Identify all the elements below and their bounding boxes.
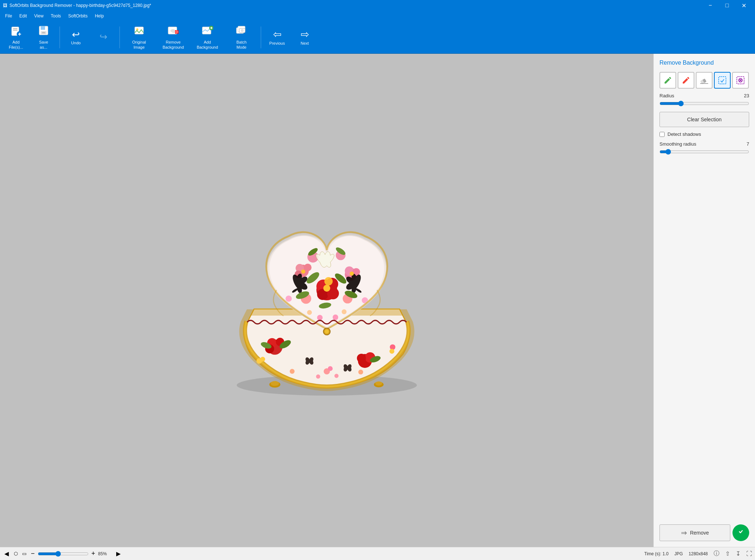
radius-value: 23 <box>744 93 749 98</box>
save-as-label: Save as... <box>39 40 48 50</box>
detect-shadows-checkbox[interactable] <box>659 132 665 137</box>
redo-icon: ↪ <box>100 32 107 41</box>
scroll-right-button[interactable]: ▶ <box>115 550 122 557</box>
share-button[interactable]: ⇧ <box>725 550 730 557</box>
svg-point-70 <box>307 310 312 315</box>
save-as-icon <box>38 25 49 38</box>
magic-wand-remove-tool[interactable] <box>732 72 749 89</box>
keep-brush-tool[interactable] <box>659 72 676 89</box>
image-container <box>200 182 454 418</box>
previous-icon: ⇦ <box>273 29 281 40</box>
previous-label: Previous <box>269 41 285 45</box>
window-title: SoftOrbits Background Remover - happy-bi… <box>9 3 151 8</box>
remove-label: Remove <box>690 530 709 536</box>
redo-button[interactable]: ↪ <box>90 23 117 52</box>
add-background-label: Add Background <box>197 40 218 50</box>
magic-select-tool[interactable] <box>714 72 731 89</box>
remove-circle-icon <box>736 527 745 538</box>
menu-tools[interactable]: Tools <box>47 12 65 20</box>
original-image-label: Original Image <box>132 40 146 50</box>
title-bar-left: 🖼 SoftOrbits Background Remover - happy-… <box>3 3 151 8</box>
svg-point-47 <box>304 264 312 271</box>
svg-point-82 <box>289 369 294 374</box>
remove-brush-tool[interactable] <box>678 72 694 89</box>
remove-background-button[interactable]: Remove Background <box>157 23 190 52</box>
zoom-out-button[interactable]: − <box>29 550 36 557</box>
status-bar: ◀ ⬡ ▭ − + 85% ▶ Time (s): 1.0 JPG 1280x8… <box>0 547 755 560</box>
add-background-button[interactable]: Add Background <box>191 23 224 52</box>
svg-point-66 <box>285 296 292 302</box>
radius-slider[interactable] <box>659 101 749 106</box>
batch-mode-icon <box>236 25 247 38</box>
remove-circle-button[interactable] <box>732 524 749 541</box>
info-button[interactable]: ⓘ <box>714 550 719 557</box>
svg-rect-5 <box>19 33 20 36</box>
undo-button[interactable]: ↩ Undo <box>63 23 89 52</box>
menu-bar: File Edit View Tools SoftOrbits Help <box>0 11 755 21</box>
svg-point-44 <box>324 277 333 285</box>
title-bar: 🖼 SoftOrbits Background Remover - happy-… <box>0 0 755 11</box>
svg-rect-9 <box>42 32 45 33</box>
add-files-button[interactable]: Add File(s)... <box>3 23 29 52</box>
original-image-button[interactable]: Original Image <box>123 23 155 52</box>
title-bar-controls: − □ ✕ <box>702 0 752 11</box>
clear-selection-button[interactable]: Clear Selection <box>659 112 749 127</box>
svg-point-64 <box>301 269 305 273</box>
undo-label: Undo <box>71 41 81 45</box>
zoom-slider[interactable] <box>38 551 89 557</box>
smoothing-radius-slider[interactable] <box>659 149 749 155</box>
previous-button[interactable]: ⇦ Previous <box>264 23 290 52</box>
panel-title: Remove Background <box>659 60 749 66</box>
select-mode-button[interactable]: ⬡ <box>12 551 19 556</box>
menu-softorbits[interactable]: SoftOrbits <box>65 12 91 20</box>
toolbar-separator-3 <box>261 27 261 48</box>
smoothing-value: 7 <box>747 141 749 147</box>
radius-slider-container <box>659 101 749 107</box>
svg-point-36 <box>328 366 332 371</box>
svg-point-11 <box>136 28 138 31</box>
close-button[interactable]: ✕ <box>735 0 752 11</box>
toolbar: Add File(s)... Save as... ↩ Undo ↪ <box>0 21 755 54</box>
svg-point-80 <box>316 374 320 378</box>
canvas-area[interactable] <box>0 54 653 547</box>
remove-row: ⇒ Remove <box>659 524 749 541</box>
maximize-button[interactable]: □ <box>719 0 735 11</box>
remove-background-label: Remove Background <box>163 40 184 50</box>
svg-point-81 <box>334 374 338 378</box>
eraser-tool[interactable] <box>696 72 713 89</box>
next-button[interactable]: ⇨ Next <box>292 23 318 52</box>
radius-label: Radius <box>659 93 674 98</box>
scroll-left-button[interactable]: ◀ <box>3 550 10 557</box>
save-as-button[interactable]: Save as... <box>31 23 57 52</box>
status-left: ◀ ⬡ ▭ − + 85% ▶ <box>3 550 644 557</box>
minimize-button[interactable]: − <box>702 0 719 11</box>
smoothing-slider-container <box>659 149 749 156</box>
svg-rect-7 <box>41 26 45 30</box>
time-label: Time (s): 1.0 <box>644 551 669 556</box>
remove-button[interactable]: ⇒ Remove <box>659 524 730 541</box>
rectangle-select-button[interactable]: ▭ <box>21 551 28 556</box>
format-label: JPG <box>674 551 683 556</box>
batch-mode-button[interactable]: Batch Mode <box>225 23 258 52</box>
svg-rect-19 <box>211 27 212 29</box>
svg-point-79 <box>389 349 394 354</box>
fullscreen-button[interactable]: ⛶ <box>746 551 752 557</box>
menu-file[interactable]: File <box>1 12 16 20</box>
svg-rect-87 <box>719 77 726 84</box>
download-button[interactable]: ↧ <box>736 550 740 557</box>
next-label: Next <box>301 41 309 45</box>
svg-point-75 <box>271 381 279 386</box>
svg-point-83 <box>358 370 363 374</box>
menu-help[interactable]: Help <box>91 12 107 20</box>
zoom-controls: ⬡ ▭ − + 85% <box>12 550 113 557</box>
status-info: Time (s): 1.0 <box>644 551 669 556</box>
dimensions-label: 1280x848 <box>689 551 708 556</box>
detect-shadows-label[interactable]: Detect shadows <box>667 131 701 137</box>
menu-view[interactable]: View <box>31 12 47 20</box>
add-files-label: Add File(s)... <box>9 40 23 50</box>
remove-background-icon <box>167 25 179 38</box>
menu-edit[interactable]: Edit <box>16 12 31 20</box>
svg-point-68 <box>317 315 322 320</box>
svg-rect-1 <box>13 28 17 29</box>
zoom-in-button[interactable]: + <box>90 550 97 557</box>
